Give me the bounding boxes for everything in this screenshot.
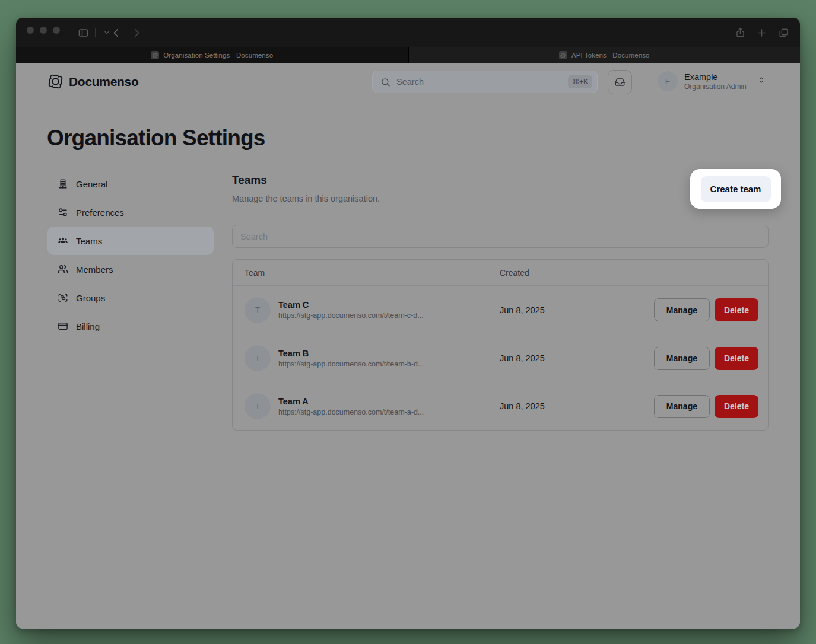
documenso-favicon bbox=[559, 51, 567, 59]
desktop: { "window": { "tabs": [ { "label": "Orga… bbox=[0, 0, 816, 644]
sidebar-item-groups[interactable]: Groups bbox=[47, 283, 214, 312]
close-window-icon[interactable] bbox=[27, 27, 34, 34]
user-name: Example bbox=[684, 72, 747, 82]
sidebar-item-label: Preferences bbox=[76, 208, 124, 218]
team-created-date: Jun 8, 2025 bbox=[500, 305, 646, 315]
tab-api-tokens[interactable]: API Tokens - Documenso bbox=[408, 47, 801, 63]
sidebar-item-label: General bbox=[76, 179, 107, 189]
column-header-created: Created bbox=[500, 268, 529, 278]
building-icon bbox=[58, 178, 68, 189]
delete-button[interactable]: Delete bbox=[715, 298, 758, 321]
documenso-favicon bbox=[151, 51, 159, 59]
team-name: Team B bbox=[278, 349, 424, 358]
minimize-window-icon[interactable] bbox=[40, 27, 47, 34]
manage-button[interactable]: Manage bbox=[654, 395, 710, 418]
table-row: T Team C https://stg-app.documenso.com/t… bbox=[233, 286, 768, 334]
settings-nav: General Preferences Teams Members Groups… bbox=[47, 170, 214, 340]
tab-organisation-settings[interactable]: Organisation Settings - Documenso bbox=[16, 47, 408, 63]
global-search-input[interactable] bbox=[396, 77, 568, 87]
user-menu[interactable]: E Example Organisation Admin bbox=[658, 71, 766, 91]
column-header-team: Team bbox=[233, 268, 500, 278]
back-icon[interactable] bbox=[107, 24, 125, 42]
team-created-date: Jun 8, 2025 bbox=[500, 401, 646, 411]
search-icon bbox=[380, 77, 390, 87]
table-row: T Team A https://stg-app.documenso.com/t… bbox=[233, 382, 768, 430]
users-group-icon bbox=[58, 235, 68, 246]
users-icon bbox=[58, 264, 68, 275]
sidebar-item-label: Billing bbox=[76, 321, 100, 331]
browser-titlebar bbox=[16, 18, 800, 47]
team-name: Team C bbox=[278, 300, 424, 310]
delete-button[interactable]: Delete bbox=[715, 347, 758, 370]
tab-title: API Tokens - Documenso bbox=[571, 52, 650, 59]
documenso-logo[interactable]: Documenso bbox=[47, 74, 139, 90]
manage-button[interactable]: Manage bbox=[654, 347, 710, 370]
teams-search-input[interactable] bbox=[232, 225, 769, 248]
forward-icon[interactable] bbox=[128, 24, 145, 42]
tab-strip: Organisation Settings - Documenso API To… bbox=[16, 47, 800, 63]
sliders-icon bbox=[58, 207, 68, 218]
sidebar-item-label: Members bbox=[76, 264, 113, 275]
sidebar-item-label: Teams bbox=[76, 236, 102, 246]
teams-table: Team Created T Team C https://stg-app.do… bbox=[232, 259, 769, 431]
tab-overview-icon[interactable] bbox=[774, 24, 792, 42]
delete-button[interactable]: Delete bbox=[715, 395, 758, 418]
team-avatar: T bbox=[245, 345, 271, 371]
sidebar-item-billing[interactable]: Billing bbox=[47, 312, 214, 340]
documenso-seal-icon bbox=[47, 74, 63, 90]
table-header: Team Created bbox=[233, 260, 768, 286]
sidebar-item-general[interactable]: General bbox=[47, 170, 214, 198]
sidebar-item-teams[interactable]: Teams bbox=[47, 227, 214, 255]
sidebar-item-preferences[interactable]: Preferences bbox=[47, 198, 214, 227]
table-row: T Team B https://stg-app.documenso.com/t… bbox=[233, 334, 768, 382]
team-avatar: T bbox=[245, 393, 271, 419]
new-tab-icon[interactable] bbox=[753, 24, 770, 42]
browser-window: Organisation Settings - Documenso API To… bbox=[16, 18, 800, 629]
panel-divider bbox=[232, 215, 769, 215]
page-content: Documenso ⌘+K E Example Organisation Adm… bbox=[16, 63, 800, 629]
team-url: https://stg-app.documenso.com/t/team-b-d… bbox=[278, 360, 424, 368]
panel-description: Manage the teams in this organisation. bbox=[232, 194, 380, 203]
keyboard-shortcut-badge: ⌘+K bbox=[568, 75, 592, 88]
share-icon[interactable] bbox=[731, 24, 749, 42]
credit-card-icon bbox=[58, 321, 68, 331]
page-title: Organisation Settings bbox=[47, 126, 265, 151]
group-brackets-icon bbox=[58, 292, 68, 303]
sidebar-item-label: Groups bbox=[76, 293, 105, 303]
team-url: https://stg-app.documenso.com/t/team-a-d… bbox=[278, 408, 424, 416]
global-search[interactable]: ⌘+K bbox=[372, 71, 598, 93]
tab-title: Organisation Settings - Documenso bbox=[163, 52, 273, 59]
panel-heading: Teams bbox=[232, 174, 267, 187]
create-team-button[interactable]: Create team bbox=[701, 176, 771, 202]
user-role: Organisation Admin bbox=[684, 82, 747, 91]
brand-name: Documenso bbox=[69, 75, 139, 89]
sidebar-toggle-icon[interactable] bbox=[74, 24, 92, 42]
team-created-date: Jun 8, 2025 bbox=[500, 353, 646, 363]
inbox-button[interactable] bbox=[608, 70, 632, 94]
sidebar-item-members[interactable]: Members bbox=[47, 255, 214, 283]
chevrons-up-down-icon bbox=[757, 76, 766, 87]
team-name: Team A bbox=[278, 397, 424, 406]
manage-button[interactable]: Manage bbox=[654, 298, 710, 321]
inbox-icon bbox=[614, 76, 626, 88]
team-url: https://stg-app.documenso.com/t/team-c-d… bbox=[278, 311, 424, 320]
avatar: E bbox=[658, 71, 678, 91]
zoom-window-icon[interactable] bbox=[53, 27, 60, 34]
team-avatar: T bbox=[245, 297, 271, 323]
create-team-spotlight: Create team bbox=[690, 169, 781, 209]
traffic-lights[interactable] bbox=[27, 27, 60, 34]
toolbar-divider bbox=[95, 28, 96, 37]
